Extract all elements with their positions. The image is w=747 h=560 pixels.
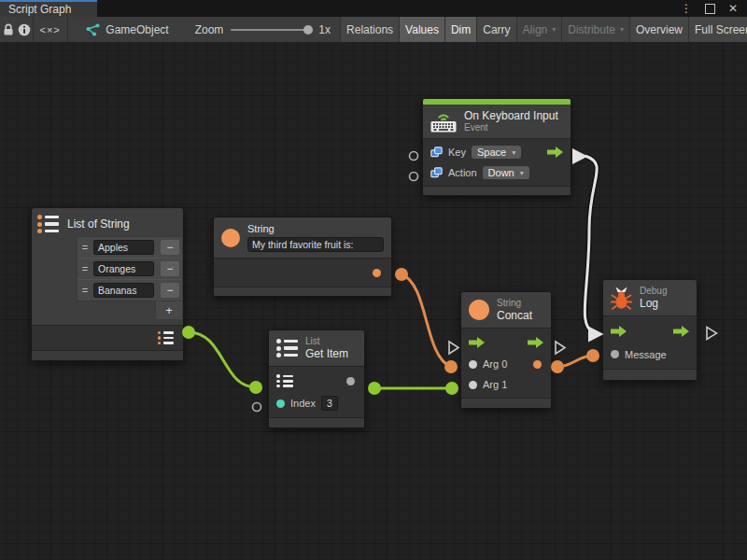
node-title: Concat: [497, 309, 532, 322]
gameobject-label: GameObject: [106, 23, 168, 36]
drag-handle-icon[interactable]: =: [80, 263, 90, 274]
fullscreen-button[interactable]: Full Screen: [688, 17, 747, 42]
string-type-icon: [469, 300, 489, 320]
window-close-icon[interactable]: ✕: [728, 0, 738, 17]
list-output-row: [32, 329, 183, 347]
distribute-dropdown[interactable]: Distribute ▾: [561, 17, 629, 42]
tab-bar: Script Graph ⋮ ✕: [0, 0, 747, 17]
zoom-control: Zoom 1x: [182, 17, 340, 42]
node-footer: [603, 369, 697, 380]
list-item-row: = Oranges −: [78, 259, 182, 280]
flow-row: [603, 319, 697, 343]
message-input-port[interactable]: [611, 350, 619, 358]
carry-toggle[interactable]: Carry: [476, 17, 515, 42]
flow-output-port[interactable]: [673, 326, 689, 337]
drag-handle-icon[interactable]: =: [80, 242, 90, 253]
list-input-row: [269, 370, 364, 392]
node-footer: [461, 398, 551, 408]
message-port-row: Message: [603, 343, 697, 366]
node-footer: [214, 287, 391, 296]
remove-item-button[interactable]: −: [161, 283, 179, 298]
list-item-input[interactable]: Bananas: [93, 283, 154, 298]
remove-item-button[interactable]: −: [161, 240, 179, 255]
window-menu-icon[interactable]: ⋮: [681, 0, 692, 17]
index-port-row: Index 3: [269, 392, 364, 414]
lock-icon: [3, 23, 14, 36]
node-subtitle: String: [497, 298, 532, 309]
node-title: List of String: [67, 217, 130, 231]
list-item-input[interactable]: Apples: [93, 240, 154, 255]
enum-icon: [430, 167, 443, 178]
tab-script-graph[interactable]: Script Graph: [0, 0, 97, 17]
tab-title: Script Graph: [8, 3, 71, 17]
node-string-literal[interactable]: String My third favorite fruit is:: [213, 217, 392, 297]
arg0-port-row: Arg 0: [461, 354, 551, 374]
arg1-port-row: Arg 1: [461, 374, 551, 395]
unity-visual-scripting-window: Script Graph ⋮ ✕ <×>: [0, 0, 747, 560]
list-item-row: = Apples −: [78, 237, 182, 259]
node-debug-log[interactable]: Debug Log Message: [602, 279, 698, 381]
node-title: String: [247, 223, 384, 235]
node-get-item[interactable]: List Get Item Index 3: [268, 329, 365, 428]
add-item-button[interactable]: +: [155, 301, 183, 320]
node-on-keyboard-input[interactable]: On Keyboard Input Event Key Space ▾: [422, 98, 571, 196]
node-subtitle: Debug: [640, 286, 667, 297]
info-button[interactable]: [16, 17, 32, 42]
action-port-row: Action Down ▾: [423, 162, 571, 183]
relations-toggle[interactable]: Relations: [340, 17, 399, 42]
align-dropdown[interactable]: Align ▾: [516, 17, 562, 42]
zoom-value: 1x: [318, 23, 331, 36]
zoom-slider-handle[interactable]: [303, 25, 313, 35]
graph-toolbar: <×> GameObject Zoom 1x Relations Values: [0, 17, 747, 43]
values-toggle[interactable]: Values: [399, 17, 444, 42]
dim-toggle[interactable]: Dim: [444, 17, 476, 42]
zoom-slider[interactable]: [231, 29, 311, 31]
toolbar-toggle-group: Relations Values Dim Carry Align ▾ Distr…: [340, 17, 747, 42]
remove-item-button[interactable]: −: [161, 261, 179, 276]
arg1-input-port[interactable]: [469, 381, 477, 389]
window-maximize-icon[interactable]: [705, 4, 715, 14]
list-item-row: = Bananas −: [78, 280, 182, 301]
gameobject-breadcrumb[interactable]: GameObject: [67, 17, 181, 42]
node-title: On Keyboard Input: [464, 109, 558, 122]
flow-output-port[interactable]: [547, 147, 563, 158]
window-controls: ⋮ ✕: [681, 0, 747, 17]
drag-handle-icon[interactable]: =: [80, 285, 90, 296]
code-view-button[interactable]: <×>: [34, 17, 67, 42]
chevron-down-icon: ▾: [620, 25, 624, 34]
overview-button[interactable]: Overview: [629, 17, 688, 42]
chevron-down-icon: ▾: [552, 25, 556, 34]
node-title: Log: [640, 297, 667, 310]
flow-input-port[interactable]: [611, 326, 627, 337]
item-output-port[interactable]: [346, 377, 355, 385]
flow-row: [461, 331, 551, 354]
index-value-input[interactable]: 3: [321, 396, 338, 411]
list-icon: [37, 215, 59, 233]
result-output-port[interactable]: [533, 360, 542, 369]
list-input-port[interactable]: [276, 374, 293, 387]
action-label: Action: [448, 167, 477, 178]
string-type-icon: [221, 229, 240, 247]
list-output-port[interactable]: [158, 331, 175, 344]
arg0-input-port[interactable]: [469, 360, 477, 369]
string-value-input[interactable]: My third favorite fruit is:: [247, 237, 384, 252]
list-item-input[interactable]: Oranges: [93, 261, 154, 276]
chevron-down-icon: ▾: [520, 169, 524, 177]
keyboard-icon: [430, 111, 457, 133]
action-value-dropdown[interactable]: Down ▾: [483, 166, 529, 179]
key-label: Key: [448, 147, 466, 158]
node-subtitle: Event: [464, 122, 558, 133]
node-concat[interactable]: String Concat Arg 0 Arg 1: [460, 291, 552, 409]
node-subtitle: List: [305, 336, 348, 347]
node-footer: [32, 350, 183, 360]
flow-output-port[interactable]: [528, 337, 543, 348]
info-icon: [18, 23, 31, 36]
string-output-port[interactable]: [373, 269, 381, 277]
lock-button[interactable]: [0, 17, 16, 42]
bug-icon: [611, 286, 632, 310]
node-title: Get Item: [305, 347, 348, 360]
key-value-dropdown[interactable]: Space ▾: [472, 146, 521, 159]
index-input-port[interactable]: [276, 399, 285, 408]
node-list-of-string[interactable]: List of String = Apples − = Oranges − = …: [31, 207, 184, 361]
flow-input-port[interactable]: [469, 337, 485, 348]
